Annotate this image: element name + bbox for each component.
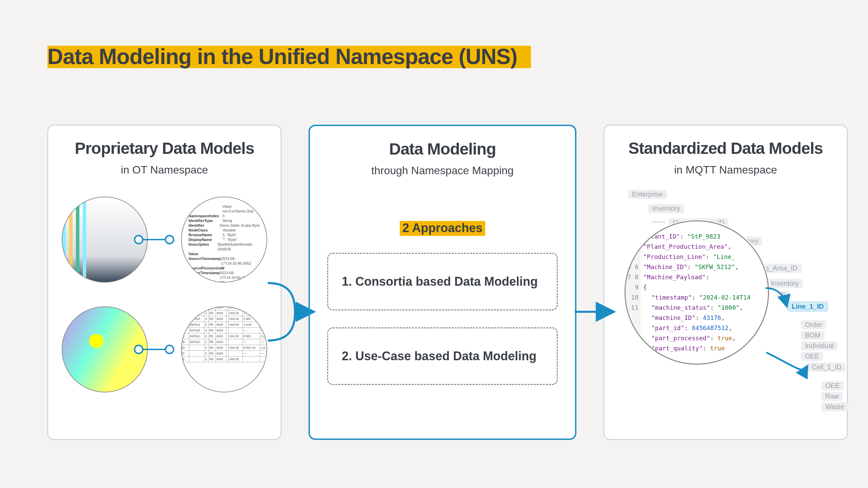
opcua-attributes-circle: Valuens=3;s=Demo.StatNamespaceIndex3Iden… [181, 197, 267, 283]
left-row-1: Valuens=3;s=Demo.StatNamespaceIndex3Iden… [62, 197, 267, 283]
tree-line-hl: Line_1_ID [787, 302, 828, 311]
right-heading: Standardized Data Models [618, 139, 833, 158]
right-inner: Enterprise Inventory Munich_Plant_ID Inv… [618, 190, 833, 437]
connector-icon [138, 239, 170, 240]
tree-inventory: Inventory [648, 204, 684, 213]
panel-standardized: Standardized Data Models in MQTT Namespa… [604, 125, 848, 440]
left-subtitle: in OT Namespace [62, 164, 267, 176]
tree-enterprise: Enterprise [628, 190, 667, 199]
left-row-2: R00x100xF0074R00x10Unit 64—0xF0090xF0001… [62, 306, 267, 392]
tree-order: Order [801, 320, 826, 329]
connector-icon [138, 349, 170, 350]
right-subtitle: in MQTT Namespace [618, 164, 833, 176]
tree-oee: OEE [801, 352, 823, 361]
slide-title: Data Modeling in the Unified Namespace (… [47, 46, 531, 68]
approaches-label: 2 Approaches [400, 221, 486, 236]
tree-e: E [777, 291, 790, 300]
register-table-circle: R00x100xF0074R00x10Unit 64—0xF0090xF0001… [181, 306, 267, 392]
json-code: "Plant_ID": "StP_9823"Plant_Production_A… [643, 231, 751, 364]
mid-heading: Data Modeling [323, 140, 561, 158]
approach-2-box: 2. Use-Case based Data Modeling [327, 327, 558, 385]
register-table: R00x100xF0074R00x10Unit 64—0xF0090xF0001… [181, 306, 267, 362]
tree-inventory3: Inventory [767, 279, 803, 288]
panel-data-modeling: Data Modeling through Namespace Mapping … [309, 125, 576, 440]
tree-waste: Waste [821, 402, 848, 411]
tree-cell: Cell_1_ID [808, 363, 846, 372]
tree-bom: BOM [801, 331, 825, 340]
tree-raw: Raw [821, 392, 843, 401]
approach-1-box: 1. Consortia based Data Modeling [327, 253, 558, 310]
json-gutter: 5 6 7 8 9 10 11 [626, 221, 640, 364]
left-heading: Proprietary Data Models [62, 139, 267, 158]
panel-proprietary: Proprietary Data Models in OT Namespace … [47, 125, 281, 440]
json-payload-circle: 5 6 7 8 9 10 11 "Plant_ID": "StP_9823"Pl… [625, 220, 769, 365]
tree-oee2: OEE [821, 381, 844, 390]
mid-subtitle: through Namespace Mapping [323, 164, 561, 177]
tree-individual: Individual [801, 341, 838, 350]
